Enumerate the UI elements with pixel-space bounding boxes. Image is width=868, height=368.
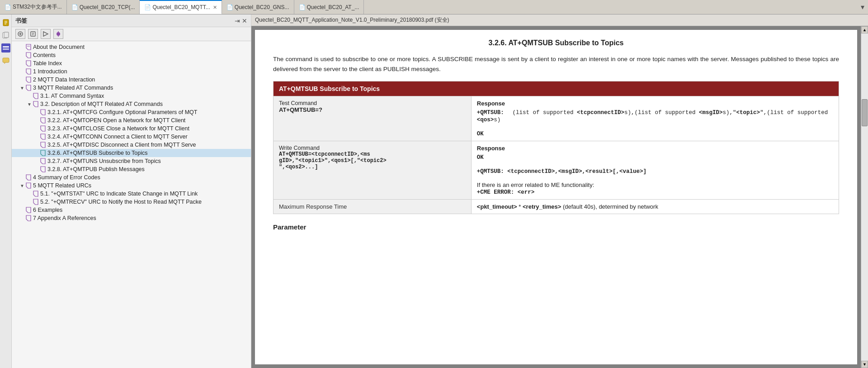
scrollbar-down-btn[interactable]: ▼ — [861, 361, 868, 368]
sidebar-label-qmtpub: 3.2.8. AT+QMTPUB Publish Messages — [47, 166, 145, 172]
write-cmd-label: Write Command — [279, 145, 466, 151]
sidebar-label-appendix: 7 Appendix A References — [33, 215, 96, 221]
sidebar-label-cmdsyntax: 3.1. AT Command Syntax — [40, 93, 104, 99]
test-response-title: Response — [477, 100, 833, 107]
sidebar-item-intro[interactable]: 1 Introduction — [12, 67, 251, 76]
sidebar-item-qmtconn[interactable]: 3.2.4. AT+QMTCONN Connect a Client to MQ… — [12, 133, 251, 141]
sidebar-header: 书签 ⇥ ✕ — [12, 14, 251, 27]
sidebar-item-mqttdata[interactable]: 2 MQTT Data Interaction — [12, 76, 251, 84]
sidebar-item-urc52[interactable]: 5.2. "+QMTRECV" URC to Notify the Host t… — [12, 198, 251, 206]
tab-at[interactable]: 📄 Quectel_BC20_AT_... — [294, 0, 364, 14]
test-response-content: +QMTSUB: (list of supported <tcpconnectI… — [477, 109, 833, 137]
write-cme-error: +CME ERROR: <err> — [477, 189, 535, 196]
sidebar-item-mqtturc[interactable]: ▼ 5 MQTT Related URCs — [12, 182, 251, 190]
svg-rect-5 — [4, 32, 9, 38]
sidebar-item-contents[interactable]: Contents — [12, 51, 251, 59]
pdf-toolbar-bar: Quectel_BC20_MQTT_Application_Note_V1.0_… — [251, 14, 868, 26]
sidebar-item-qmtuns[interactable]: 3.2.7. AT+QMTUNS Unsubscribe from Topics — [12, 157, 251, 165]
sidebar-item-qmtpub[interactable]: 3.2.8. AT+QMTPUB Publish Messages — [12, 165, 251, 173]
tab-gns[interactable]: 📄 Quectel_BC20_GNS... — [222, 0, 294, 14]
sidebar-item-appendix[interactable]: 7 Appendix A References — [12, 214, 251, 222]
sidebar-label-about: About the Document — [33, 44, 85, 50]
left-icon-layers[interactable] — [1, 43, 10, 53]
sidebar-label-errorcodes: 4 Summary of Error Codes — [33, 174, 100, 181]
tab-label-gns: Quectel_BC20_GNS... — [235, 4, 289, 10]
sidebar-label-mqttdata: 2 MQTT Data Interaction — [33, 76, 95, 83]
test-ok: OK — [477, 131, 484, 137]
sidebar-item-about[interactable]: About the Document — [12, 43, 251, 51]
scrollbar-up-btn[interactable]: ▲ — [861, 26, 868, 33]
tab-mqtt[interactable]: 📄 Quectel_BC20_MQTT... ✕ — [140, 0, 222, 14]
sidebar-item-qmtopen[interactable]: 3.2.2. AT+QMTOPEN Open a Network for MQT… — [12, 116, 251, 124]
main-area: 书签 ⇥ ✕ — [0, 14, 868, 368]
right-scrollbar[interactable]: ▲ ▼ — [861, 26, 868, 368]
tab-icon-gns: 📄 — [226, 4, 233, 10]
sidebar-item-descmqtt[interactable]: ▼ 3.2. Description of MQTT Related AT Co… — [12, 100, 251, 108]
sidebar-label-examples: 6 Examples — [33, 207, 62, 213]
sidebar-item-mqttat[interactable]: ▼ 3 MQTT Related AT Commands — [12, 84, 251, 92]
write-response-cmd: +QMTSUB: <tcpconnectID>,<msgID>,<result>… — [477, 168, 646, 175]
write-ok: OK — [477, 154, 484, 161]
sidebar-item-urc51[interactable]: 5.1. "+QMTSTAT" URC to Indicate State Ch… — [12, 190, 251, 198]
svg-point-17 — [57, 32, 60, 36]
table-cell-write-right: Response OK +QMTSUB: <tcpconnectID>,<msg… — [471, 141, 839, 200]
maxtime-label: Maximum Response Time — [279, 203, 466, 210]
sidebar-label-mqtturc: 5 MQTT Related URCs — [33, 182, 91, 189]
pdf-table: AT+QMTSUB Subscribe to Topics Test Comma… — [273, 81, 839, 214]
scrollbar-thumb[interactable] — [862, 99, 868, 126]
tab-icon-stm32: 📄 — [5, 4, 11, 10]
sidebar-item-examples[interactable]: 6 Examples — [12, 206, 251, 214]
sidebar-item-errorcodes[interactable]: 4 Summary of Error Codes — [12, 173, 251, 182]
sidebar: 书签 ⇥ ✕ — [12, 14, 251, 368]
table-row-test: Test Command AT+QMTSUB=? Response +QMTSU… — [274, 96, 839, 141]
tab-label-mqtt: Quectel_BC20_MQTT... — [152, 4, 210, 10]
toolbar-btn-3[interactable] — [41, 29, 51, 39]
sidebar-collapse-btn[interactable]: ✕ — [242, 17, 247, 24]
tab-stm32[interactable]: 📄 STM32中文参考手... — [0, 0, 67, 14]
table-cell-write-left: Write Command AT+QMTSUB=<tcpconnectID>,<… — [274, 141, 472, 200]
sidebar-item-qmtclose[interactable]: 3.2.3. AT+QMTCLOSE Close a Network for M… — [12, 124, 251, 133]
left-icon-pages[interactable] — [1, 31, 10, 40]
sidebar-label-qmtsub: 3.2.6. AT+QMTSUB Subscribe to Topics — [47, 150, 148, 156]
sidebar-expand-btn[interactable]: ⇥ — [235, 17, 240, 24]
pdf-intro-paragraph: The command is used to subscribe to one … — [273, 54, 839, 74]
toolbar-btn-2[interactable] — [28, 29, 38, 39]
sidebar-label-urc52: 5.2. "+QMTRECV" URC to Notify the Host t… — [40, 199, 202, 205]
sidebar-controls: ⇥ ✕ — [235, 17, 247, 24]
table-cell-test-right: Response +QMTSUB: (list of supported <tc… — [471, 96, 839, 141]
sidebar-label-qmtopen: 3.2.2. AT+QMTOPEN Open a Network for MQT… — [47, 117, 185, 124]
left-icon-comment[interactable] — [1, 56, 10, 65]
tab-bar: 📄 STM32中文参考手... 📄 Quectel_BC20_TCP(... 📄… — [0, 0, 868, 14]
sidebar-item-qmtsub[interactable]: 3.2.6. AT+QMTSUB Subscribe to Topics — [12, 149, 251, 157]
sidebar-label-descmqtt: 3.2. Description of MQTT Related AT Comm… — [40, 101, 163, 107]
sidebar-item-tableindex[interactable]: Table Index — [12, 59, 251, 67]
test-response-text: (list of supported <tcpconnectID>s),(lis… — [477, 110, 828, 123]
toolbar-btn-4[interactable] — [53, 29, 63, 39]
table-header-cell: AT+QMTSUB Subscribe to Topics — [274, 81, 839, 96]
expand-mqttat[interactable]: ▼ — [19, 86, 25, 91]
tab-tcp[interactable]: 📄 Quectel_BC20_TCP(... — [67, 0, 140, 14]
sidebar-item-qmtdisc[interactable]: 3.2.5. AT+QMTDISC Disconnect a Client fr… — [12, 141, 251, 149]
table-cell-test-left: Test Command AT+QMTSUB=? — [274, 96, 472, 141]
scrollbar-track[interactable] — [861, 33, 868, 361]
toolbar-btn-1[interactable] — [15, 29, 25, 39]
tab-close-mqtt[interactable]: ✕ — [213, 5, 217, 10]
sidebar-label-qmtconn: 3.2.4. AT+QMTCONN Connect a Client to MQ… — [47, 134, 188, 140]
expand-mqtturc[interactable]: ▼ — [19, 183, 25, 188]
sidebar-item-qmtcfg[interactable]: 3.2.1. AT+QMTCFG Configure Optional Para… — [12, 108, 251, 116]
sidebar-label-contents: Contents — [33, 52, 56, 58]
sidebar-content[interactable]: About the Document Contents Table Index — [12, 41, 251, 368]
table-row-maxtime: Maximum Response Time <pkt_timeout> * <r… — [274, 200, 839, 214]
left-icon-star[interactable] — [1, 18, 10, 27]
pdf-content-area[interactable]: 3.2.6. AT+QMTSUB Subscribe to Topics The… — [255, 30, 857, 364]
test-cmd-value: AT+QMTSUB=? — [279, 106, 466, 113]
sidebar-item-cmdsyntax[interactable]: 3.1. AT Command Syntax — [12, 92, 251, 100]
svg-rect-7 — [3, 48, 9, 50]
test-cmd-label: Test Command — [279, 100, 466, 106]
pdf-viewer: Quectel_BC20_MQTT_Application_Note_V1.0_… — [251, 14, 868, 368]
tab-more-btn[interactable]: ▾ — [857, 3, 868, 11]
expand-descmqtt[interactable]: ▼ — [26, 102, 33, 107]
tab-label-tcp: Quectel_BC20_TCP(... — [80, 4, 135, 10]
sidebar-label-urc51: 5.1. "+QMTSTAT" URC to Indicate State Ch… — [40, 191, 198, 197]
write-error-text: If there is an error related to ME funct… — [477, 182, 594, 188]
